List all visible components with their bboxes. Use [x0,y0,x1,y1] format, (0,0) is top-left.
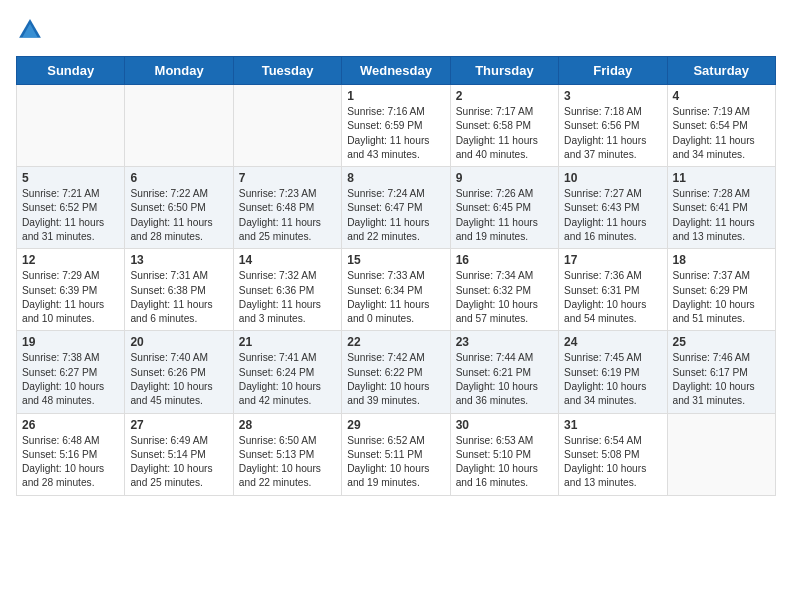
day-of-week-header: Sunday [17,57,125,85]
calendar-table: SundayMondayTuesdayWednesdayThursdayFrid… [16,56,776,496]
day-info: Sunrise: 7:27 AM Sunset: 6:43 PM Dayligh… [564,187,661,244]
day-number: 6 [130,171,227,185]
calendar-day-cell: 31Sunrise: 6:54 AM Sunset: 5:08 PM Dayli… [559,413,667,495]
day-info: Sunrise: 7:31 AM Sunset: 6:38 PM Dayligh… [130,269,227,326]
day-info: Sunrise: 7:22 AM Sunset: 6:50 PM Dayligh… [130,187,227,244]
day-number: 3 [564,89,661,103]
day-info: Sunrise: 7:37 AM Sunset: 6:29 PM Dayligh… [673,269,770,326]
calendar-day-cell: 15Sunrise: 7:33 AM Sunset: 6:34 PM Dayli… [342,249,450,331]
calendar-day-cell [125,85,233,167]
calendar-day-cell: 19Sunrise: 7:38 AM Sunset: 6:27 PM Dayli… [17,331,125,413]
day-number: 10 [564,171,661,185]
calendar-day-cell: 10Sunrise: 7:27 AM Sunset: 6:43 PM Dayli… [559,167,667,249]
calendar-day-cell: 30Sunrise: 6:53 AM Sunset: 5:10 PM Dayli… [450,413,558,495]
day-number: 29 [347,418,444,432]
calendar-day-cell: 22Sunrise: 7:42 AM Sunset: 6:22 PM Dayli… [342,331,450,413]
day-info: Sunrise: 7:44 AM Sunset: 6:21 PM Dayligh… [456,351,553,408]
day-number: 7 [239,171,336,185]
calendar-day-cell: 20Sunrise: 7:40 AM Sunset: 6:26 PM Dayli… [125,331,233,413]
day-of-week-header: Monday [125,57,233,85]
day-of-week-header: Saturday [667,57,775,85]
day-info: Sunrise: 7:36 AM Sunset: 6:31 PM Dayligh… [564,269,661,326]
calendar-day-cell: 24Sunrise: 7:45 AM Sunset: 6:19 PM Dayli… [559,331,667,413]
calendar-week-row: 19Sunrise: 7:38 AM Sunset: 6:27 PM Dayli… [17,331,776,413]
calendar-day-cell: 21Sunrise: 7:41 AM Sunset: 6:24 PM Dayli… [233,331,341,413]
calendar-day-cell: 17Sunrise: 7:36 AM Sunset: 6:31 PM Dayli… [559,249,667,331]
day-number: 21 [239,335,336,349]
calendar-day-cell: 16Sunrise: 7:34 AM Sunset: 6:32 PM Dayli… [450,249,558,331]
day-info: Sunrise: 6:50 AM Sunset: 5:13 PM Dayligh… [239,434,336,491]
logo [16,16,48,44]
day-info: Sunrise: 7:38 AM Sunset: 6:27 PM Dayligh… [22,351,119,408]
calendar-day-cell: 13Sunrise: 7:31 AM Sunset: 6:38 PM Dayli… [125,249,233,331]
day-info: Sunrise: 7:40 AM Sunset: 6:26 PM Dayligh… [130,351,227,408]
calendar-day-cell: 9Sunrise: 7:26 AM Sunset: 6:45 PM Daylig… [450,167,558,249]
day-info: Sunrise: 7:21 AM Sunset: 6:52 PM Dayligh… [22,187,119,244]
calendar-day-cell: 12Sunrise: 7:29 AM Sunset: 6:39 PM Dayli… [17,249,125,331]
day-number: 8 [347,171,444,185]
day-info: Sunrise: 7:26 AM Sunset: 6:45 PM Dayligh… [456,187,553,244]
day-info: Sunrise: 7:17 AM Sunset: 6:58 PM Dayligh… [456,105,553,162]
day-number: 12 [22,253,119,267]
calendar-day-cell: 5Sunrise: 7:21 AM Sunset: 6:52 PM Daylig… [17,167,125,249]
day-number: 28 [239,418,336,432]
day-of-week-header: Friday [559,57,667,85]
day-info: Sunrise: 7:16 AM Sunset: 6:59 PM Dayligh… [347,105,444,162]
day-info: Sunrise: 7:18 AM Sunset: 6:56 PM Dayligh… [564,105,661,162]
day-info: Sunrise: 7:28 AM Sunset: 6:41 PM Dayligh… [673,187,770,244]
day-number: 1 [347,89,444,103]
day-info: Sunrise: 6:53 AM Sunset: 5:10 PM Dayligh… [456,434,553,491]
day-info: Sunrise: 6:48 AM Sunset: 5:16 PM Dayligh… [22,434,119,491]
day-number: 4 [673,89,770,103]
day-of-week-header: Thursday [450,57,558,85]
calendar-day-cell: 14Sunrise: 7:32 AM Sunset: 6:36 PM Dayli… [233,249,341,331]
day-number: 20 [130,335,227,349]
day-info: Sunrise: 7:34 AM Sunset: 6:32 PM Dayligh… [456,269,553,326]
day-info: Sunrise: 7:41 AM Sunset: 6:24 PM Dayligh… [239,351,336,408]
day-info: Sunrise: 7:24 AM Sunset: 6:47 PM Dayligh… [347,187,444,244]
calendar-week-row: 26Sunrise: 6:48 AM Sunset: 5:16 PM Dayli… [17,413,776,495]
calendar-week-row: 5Sunrise: 7:21 AM Sunset: 6:52 PM Daylig… [17,167,776,249]
day-number: 27 [130,418,227,432]
calendar-day-cell: 26Sunrise: 6:48 AM Sunset: 5:16 PM Dayli… [17,413,125,495]
day-info: Sunrise: 6:49 AM Sunset: 5:14 PM Dayligh… [130,434,227,491]
day-number: 26 [22,418,119,432]
calendar-day-cell: 4Sunrise: 7:19 AM Sunset: 6:54 PM Daylig… [667,85,775,167]
day-number: 22 [347,335,444,349]
day-number: 24 [564,335,661,349]
calendar-day-cell: 2Sunrise: 7:17 AM Sunset: 6:58 PM Daylig… [450,85,558,167]
day-of-week-header: Tuesday [233,57,341,85]
calendar-day-cell: 3Sunrise: 7:18 AM Sunset: 6:56 PM Daylig… [559,85,667,167]
day-of-week-header: Wednesday [342,57,450,85]
day-info: Sunrise: 6:54 AM Sunset: 5:08 PM Dayligh… [564,434,661,491]
day-info: Sunrise: 7:32 AM Sunset: 6:36 PM Dayligh… [239,269,336,326]
page-header [16,16,776,44]
day-info: Sunrise: 7:33 AM Sunset: 6:34 PM Dayligh… [347,269,444,326]
calendar-day-cell: 23Sunrise: 7:44 AM Sunset: 6:21 PM Dayli… [450,331,558,413]
calendar-day-cell: 7Sunrise: 7:23 AM Sunset: 6:48 PM Daylig… [233,167,341,249]
day-number: 30 [456,418,553,432]
logo-icon [16,16,44,44]
calendar-day-cell [233,85,341,167]
day-info: Sunrise: 7:46 AM Sunset: 6:17 PM Dayligh… [673,351,770,408]
calendar-day-cell: 27Sunrise: 6:49 AM Sunset: 5:14 PM Dayli… [125,413,233,495]
day-info: Sunrise: 7:19 AM Sunset: 6:54 PM Dayligh… [673,105,770,162]
calendar-week-row: 12Sunrise: 7:29 AM Sunset: 6:39 PM Dayli… [17,249,776,331]
day-number: 18 [673,253,770,267]
day-number: 17 [564,253,661,267]
day-info: Sunrise: 7:42 AM Sunset: 6:22 PM Dayligh… [347,351,444,408]
day-info: Sunrise: 6:52 AM Sunset: 5:11 PM Dayligh… [347,434,444,491]
calendar-day-cell: 1Sunrise: 7:16 AM Sunset: 6:59 PM Daylig… [342,85,450,167]
day-number: 19 [22,335,119,349]
calendar-header-row: SundayMondayTuesdayWednesdayThursdayFrid… [17,57,776,85]
calendar-day-cell: 8Sunrise: 7:24 AM Sunset: 6:47 PM Daylig… [342,167,450,249]
day-number: 5 [22,171,119,185]
calendar-day-cell: 6Sunrise: 7:22 AM Sunset: 6:50 PM Daylig… [125,167,233,249]
calendar-day-cell: 28Sunrise: 6:50 AM Sunset: 5:13 PM Dayli… [233,413,341,495]
calendar-day-cell [667,413,775,495]
day-number: 15 [347,253,444,267]
calendar-day-cell: 11Sunrise: 7:28 AM Sunset: 6:41 PM Dayli… [667,167,775,249]
day-info: Sunrise: 7:45 AM Sunset: 6:19 PM Dayligh… [564,351,661,408]
calendar-day-cell [17,85,125,167]
calendar-week-row: 1Sunrise: 7:16 AM Sunset: 6:59 PM Daylig… [17,85,776,167]
